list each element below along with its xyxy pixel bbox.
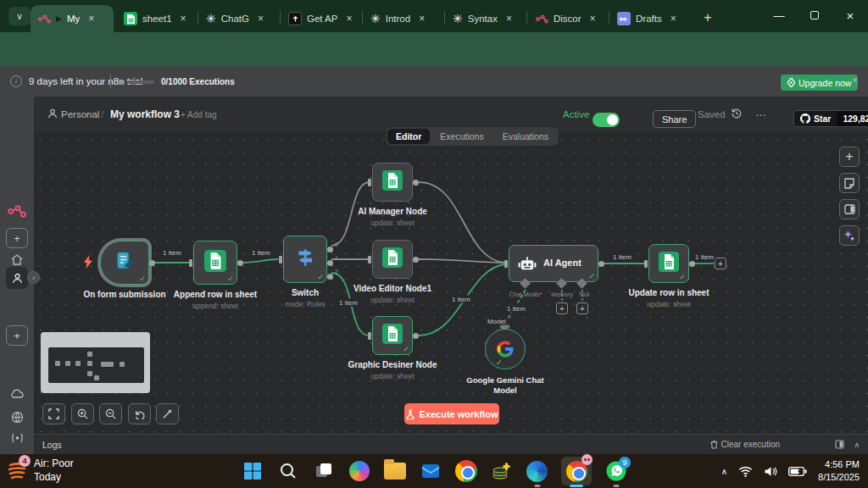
node-ai-manager[interactable]: AI Manager Node update: sheet xyxy=(372,163,413,202)
upgrade-now-button[interactable]: Upgrade now xyxy=(781,75,858,91)
tab-sheet1[interactable]: sheet1 × xyxy=(117,5,195,32)
cloud-admin-icon[interactable] xyxy=(0,389,34,398)
minimize-button[interactable]: — xyxy=(761,0,797,30)
zoom-in-button[interactable] xyxy=(71,403,94,424)
active-toggle[interactable] xyxy=(593,113,620,127)
tab-chatgpt[interactable]: ✳ ChatG × xyxy=(199,5,277,32)
tray-expand-icon[interactable]: ∧ xyxy=(721,467,727,476)
output-port[interactable] xyxy=(413,257,419,263)
search-button[interactable] xyxy=(276,460,299,483)
wifi-icon[interactable] xyxy=(738,466,753,477)
switch-output-label: 2 xyxy=(335,269,338,274)
github-star-widget[interactable]: Star 129,823 xyxy=(793,110,868,127)
weather-widget[interactable]: Air: PoorToday xyxy=(7,458,74,484)
add-sticky-note-button[interactable] xyxy=(839,173,860,193)
sidebar-item-personal[interactable] xyxy=(6,267,28,289)
add-memory-button[interactable]: + xyxy=(556,302,568,314)
close-tab-icon[interactable]: × xyxy=(346,13,352,25)
add-workflow-button[interactable]: + xyxy=(6,228,28,248)
execute-workflow-button[interactable]: Execute workflow xyxy=(404,403,499,424)
templates-icon[interactable] xyxy=(0,411,34,424)
share-button[interactable]: Share xyxy=(653,110,696,128)
close-tab-icon[interactable]: × xyxy=(419,13,425,25)
node-video-editor[interactable]: Video Editor Node1 update: sheet xyxy=(372,240,413,279)
node-ai-agent[interactable]: AI Agent ✓ xyxy=(509,245,598,282)
task-view-button[interactable] xyxy=(312,460,335,483)
output-port-1[interactable] xyxy=(327,260,333,266)
toggle-panel-button[interactable] xyxy=(839,199,860,219)
dismiss-banner-icon[interactable]: × xyxy=(852,75,858,86)
outlook-button[interactable] xyxy=(419,460,442,483)
file-explorer-button[interactable] xyxy=(383,460,406,483)
node-switch[interactable]: ✓ Switch mode: Rules xyxy=(283,236,327,283)
add-node-button[interactable]: + xyxy=(839,147,860,167)
node-on-form-submission[interactable]: ✓ On form submission xyxy=(100,241,149,285)
tidy-up-button[interactable] xyxy=(156,403,179,424)
output-port[interactable] xyxy=(237,260,243,266)
history-icon[interactable] xyxy=(731,108,743,119)
edge-label: 1 item xyxy=(161,249,183,257)
start-button[interactable] xyxy=(241,460,264,483)
add-tool-button[interactable]: + xyxy=(576,302,588,314)
workflow-title[interactable]: My workflow 3 xyxy=(110,108,180,120)
open-logs-panel-icon[interactable] xyxy=(835,440,844,449)
maximize-button[interactable] xyxy=(797,0,832,30)
node-update-row-in-sheet[interactable]: ✓ Update row in sheet update: sheet xyxy=(648,244,689,283)
output-port[interactable] xyxy=(689,261,695,267)
variables-icon[interactable] xyxy=(0,433,34,443)
tab-get-app[interactable]: Get AP × xyxy=(281,5,359,32)
workflow-menu-icon[interactable]: … xyxy=(755,106,766,119)
workflow-canvas[interactable]: 1 item 1 item 1 item 1 item 1 item 1 ite… xyxy=(34,133,868,434)
close-tab-icon[interactable]: × xyxy=(258,13,264,25)
zoom-out-button[interactable] xyxy=(99,403,122,424)
tab-my-workflow[interactable]: ▶ My × xyxy=(31,5,114,32)
add-item-button[interactable]: + xyxy=(6,325,28,346)
add-tag-button[interactable]: + Add tag xyxy=(181,110,217,119)
chrome-active-button[interactable] xyxy=(561,457,592,485)
add-next-node-button[interactable]: + xyxy=(715,258,726,269)
breadcrumb-project[interactable]: Personal xyxy=(61,109,99,119)
edge-button[interactable] xyxy=(526,460,548,483)
clock[interactable]: 4:56 PM 8/15/2025 xyxy=(818,458,860,484)
output-port[interactable] xyxy=(413,333,419,339)
output-port[interactable] xyxy=(598,261,604,267)
close-tab-icon[interactable]: × xyxy=(670,13,676,25)
output-port-2[interactable] xyxy=(327,274,333,280)
copilot-button[interactable] xyxy=(348,460,370,483)
tab-intro[interactable]: ✳ Introd × xyxy=(364,5,442,32)
tab-executions[interactable]: Executions xyxy=(431,129,492,144)
output-port-0[interactable] xyxy=(327,247,333,252)
volume-icon[interactable] xyxy=(764,466,777,477)
home-icon[interactable] xyxy=(0,254,34,265)
canvas-minimap[interactable] xyxy=(41,332,150,393)
sidebar-expand-handle[interactable]: › xyxy=(27,271,40,284)
battery-icon[interactable] xyxy=(788,467,807,476)
close-window-button[interactable]: × xyxy=(832,0,868,30)
undo-button[interactable] xyxy=(128,403,151,424)
new-tab-button[interactable]: + xyxy=(698,8,718,27)
output-port[interactable] xyxy=(149,260,155,266)
tab-drafts[interactable]: Drafts × xyxy=(610,5,688,32)
clear-execution-button[interactable]: Clear execution xyxy=(710,440,780,449)
close-tab-icon[interactable]: × xyxy=(181,13,186,25)
whatsapp-button[interactable]: 9 xyxy=(604,460,627,483)
logs-panel-header[interactable]: Logs Clear execution ∧ xyxy=(34,434,868,454)
node-append-row-in-sheet[interactable]: ✓ Append row in sheet append: sheet xyxy=(193,241,237,285)
google-sheets-icon xyxy=(124,12,137,25)
node-google-gemini-chat-model[interactable]: ✓ xyxy=(485,329,526,369)
output-port[interactable] xyxy=(413,180,419,186)
node-graphic-designer[interactable]: ✓ Graphic Desiner Node update: sheet xyxy=(372,316,413,355)
money-app-button[interactable] xyxy=(490,460,513,483)
fit-view-button[interactable] xyxy=(42,403,65,424)
chrome-button[interactable] xyxy=(454,460,477,483)
close-tab-icon[interactable]: × xyxy=(506,13,512,25)
close-tab-icon[interactable]: × xyxy=(88,13,94,25)
expand-logs-icon[interactable]: ∧ xyxy=(854,441,860,449)
tab-editor[interactable]: Editor xyxy=(387,129,430,144)
close-tab-icon[interactable]: × xyxy=(590,13,596,25)
tab-syntax[interactable]: ✳ Syntax × xyxy=(446,5,524,32)
tab-search-button[interactable]: ∨ xyxy=(8,7,31,25)
tab-evaluations[interactable]: Evaluations xyxy=(494,129,557,144)
tab-discord[interactable]: Discor × xyxy=(528,5,606,32)
ai-assistant-button[interactable] xyxy=(839,225,860,246)
